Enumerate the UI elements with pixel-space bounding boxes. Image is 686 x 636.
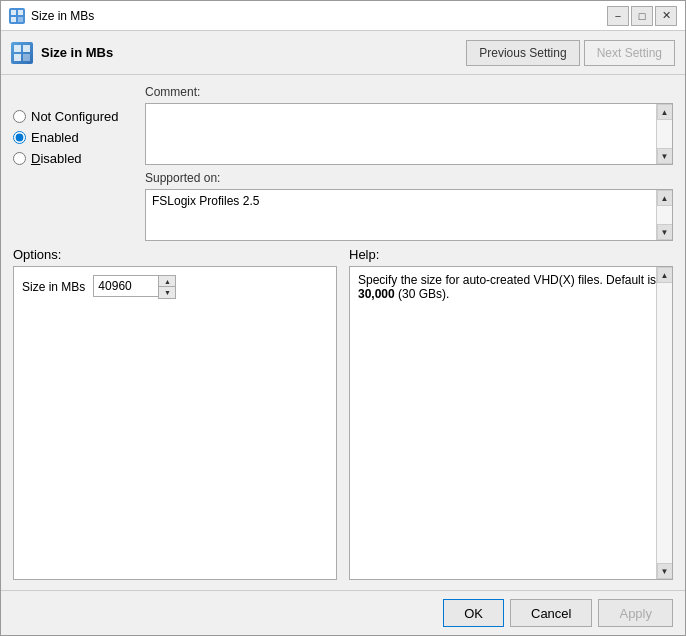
supported-on-value: FSLogix Profiles 2.5: [146, 190, 672, 212]
svg-rect-0: [11, 10, 16, 15]
help-header: Help:: [349, 247, 673, 262]
comment-group: Comment: ▲ ▼: [145, 85, 673, 165]
radio-enabled-label: Enabled: [31, 130, 79, 145]
apply-button[interactable]: Apply: [598, 599, 673, 627]
cancel-button[interactable]: Cancel: [510, 599, 592, 627]
supported-on-scrollbar: ▲ ▼: [656, 190, 672, 240]
radio-not-configured-input[interactable]: [13, 110, 26, 123]
size-mb-input[interactable]: [93, 275, 158, 297]
window-title: Size in MBs: [31, 9, 94, 23]
help-box: Specify the size for auto-created VHD(X)…: [349, 266, 673, 580]
supported-on-label: Supported on:: [145, 171, 673, 187]
spinner-down-button[interactable]: ▼: [159, 287, 175, 298]
svg-rect-1: [18, 10, 23, 15]
ok-button[interactable]: OK: [443, 599, 504, 627]
help-scrollbar: ▲ ▼: [656, 267, 672, 579]
options-help-section: Options: Size in MBs ▲ ▼: [13, 247, 673, 580]
svg-rect-2: [11, 17, 16, 22]
svg-rect-3: [18, 17, 23, 22]
help-panel: Help: Specify the size for auto-created …: [349, 247, 673, 580]
spinner-up-button[interactable]: ▲: [159, 276, 175, 287]
next-setting-button[interactable]: Next Setting: [584, 40, 675, 66]
spinner-buttons: ▲ ▼: [158, 275, 176, 299]
radio-enabled[interactable]: Enabled: [13, 130, 133, 145]
title-bar-left: Size in MBs: [9, 8, 94, 24]
title-bar: Size in MBs − □ ✕: [1, 1, 685, 31]
radio-group: Not Configured Enabled Disabled: [13, 85, 133, 241]
radio-enabled-input[interactable]: [13, 131, 26, 144]
previous-setting-button[interactable]: Previous Setting: [466, 40, 579, 66]
svg-rect-5: [23, 45, 30, 52]
radio-disabled-input[interactable]: [13, 152, 26, 165]
help-text1: Specify the size for auto-created VHD(X)…: [358, 273, 656, 287]
svg-rect-4: [14, 45, 21, 52]
radio-disabled[interactable]: Disabled: [13, 151, 133, 166]
comment-label: Comment:: [145, 85, 673, 101]
size-mb-label: Size in MBs: [22, 280, 85, 294]
size-mb-row: Size in MBs ▲ ▼: [22, 275, 328, 299]
supported-on-group: Supported on: FSLogix Profiles 2.5 ▲ ▼: [145, 171, 673, 241]
supported-on-scroll-down[interactable]: ▼: [657, 224, 673, 240]
comment-scroll-up[interactable]: ▲: [657, 104, 673, 120]
nav-buttons: Previous Setting Next Setting: [466, 40, 675, 66]
header-title: Size in MBs: [41, 45, 458, 60]
options-box: Size in MBs ▲ ▼: [13, 266, 337, 580]
header-bar: Size in MBs Previous Setting Next Settin…: [1, 31, 685, 75]
supported-on-box: FSLogix Profiles 2.5 ▲ ▼: [145, 189, 673, 241]
header-icon: [11, 42, 33, 64]
maximize-button[interactable]: □: [631, 6, 653, 26]
options-header: Options:: [13, 247, 337, 262]
top-section: Not Configured Enabled Disabled Comment:: [13, 85, 673, 241]
comment-scroll-track: [657, 120, 672, 148]
comment-box: ▲ ▼: [145, 103, 673, 165]
content-area: Not Configured Enabled Disabled Comment:: [1, 75, 685, 590]
supported-on-scroll-track: [657, 206, 672, 224]
svg-rect-6: [14, 54, 21, 61]
radio-disabled-label: Disabled: [31, 151, 82, 166]
title-controls: − □ ✕: [607, 6, 677, 26]
close-button[interactable]: ✕: [655, 6, 677, 26]
help-scroll-up[interactable]: ▲: [657, 267, 673, 283]
options-panel: Options: Size in MBs ▲ ▼: [13, 247, 337, 580]
help-text2: (30 GBs).: [395, 287, 450, 301]
svg-rect-7: [23, 54, 30, 61]
help-scroll-track: [657, 283, 672, 563]
supported-on-scroll-up[interactable]: ▲: [657, 190, 673, 206]
minimize-button[interactable]: −: [607, 6, 629, 26]
comment-value: [146, 104, 672, 112]
radio-not-configured[interactable]: Not Configured: [13, 109, 133, 124]
radio-not-configured-label: Not Configured: [31, 109, 118, 124]
window-icon: [9, 8, 25, 24]
footer: OK Cancel Apply: [1, 590, 685, 635]
help-scroll-down[interactable]: ▼: [657, 563, 673, 579]
comment-scroll-down[interactable]: ▼: [657, 148, 673, 164]
comment-scrollbar: ▲ ▼: [656, 104, 672, 164]
help-bold-text: 30,000: [358, 287, 395, 301]
right-panel: Comment: ▲ ▼ Supported on: FSLogix Profi…: [145, 85, 673, 241]
main-window: Size in MBs − □ ✕ Size in MBs Previous S…: [0, 0, 686, 636]
spinner-group: ▲ ▼: [93, 275, 176, 299]
